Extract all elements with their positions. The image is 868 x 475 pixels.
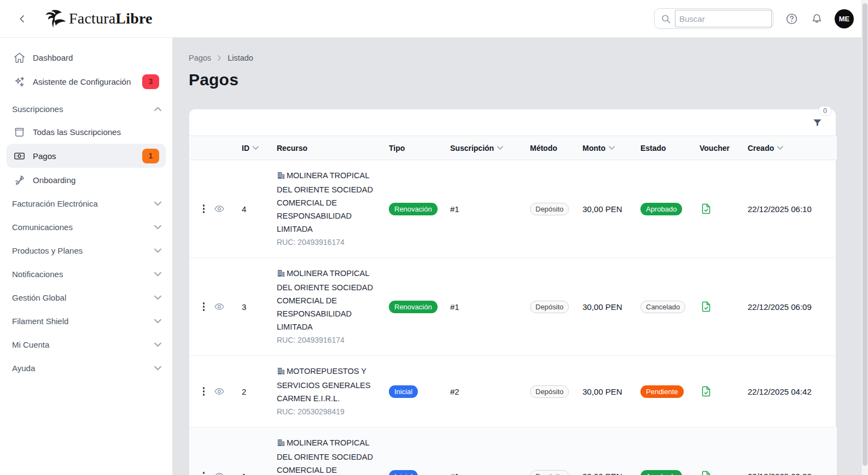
sidebar-group-notificaciones[interactable]: Notificaciones: [7, 262, 166, 286]
header-estado: Estado: [634, 136, 693, 160]
cell-suscripcion: #1: [444, 160, 523, 258]
sidebar-group-gestion-global[interactable]: Gestión Global: [7, 286, 166, 309]
sort-chevron-icon: [497, 145, 503, 151]
page-scrollbar[interactable]: [861, 0, 868, 475]
row-actions-menu-button[interactable]: [201, 385, 206, 397]
cell-suscripcion: #1: [444, 427, 523, 475]
building-icon: [277, 437, 285, 450]
cell-suscripcion: #1: [444, 258, 523, 356]
cell-monto: 30,00 PEN: [576, 427, 634, 475]
eye-icon: [214, 471, 225, 475]
header-metodo: Método: [523, 136, 576, 160]
sidebar-item-todas-las-suscripciones[interactable]: Todas las Suscripciones: [7, 120, 166, 144]
building-icon: [277, 366, 285, 379]
tipo-badge: Inicial: [389, 385, 418, 398]
cell-recurso: MOLINERA TROPICAL DEL ORIENTE SOCIEDAD C…: [270, 258, 382, 356]
sidebar-group-suscripciones[interactable]: Suscripciones: [7, 98, 166, 120]
voucher-document-check-icon[interactable]: [700, 202, 735, 215]
group-label: Gestión Global: [12, 293, 66, 302]
cell-creado: 22/12/2025 06:09: [741, 258, 837, 356]
sidebar-group-productos-y-planes[interactable]: Productos y Planes: [7, 239, 166, 262]
page-title: Pagos: [189, 71, 843, 89]
sort-id[interactable]: ID: [242, 144, 259, 153]
sparkles-icon: [13, 75, 26, 88]
sidebar-item-pagos[interactable]: Pagos 1: [7, 144, 166, 168]
sidebar-group-filament-shield[interactable]: Filament Shield: [7, 309, 166, 333]
resource-ruc: RUC: 20530298419: [277, 405, 376, 418]
table-row[interactable]: 3 MOLINERA TROPICAL DEL ORIENTE SOCIEDAD…: [189, 258, 837, 356]
view-row-button[interactable]: [214, 386, 225, 397]
chevron-down-icon: [154, 294, 161, 301]
search-box: [654, 8, 773, 29]
breadcrumb-pagos[interactable]: Pagos: [189, 54, 211, 62]
header-recurso: Recurso: [270, 136, 382, 160]
voucher-document-check-icon[interactable]: [700, 300, 735, 313]
table-row[interactable]: 4 MOLINERA TROPICAL DEL ORIENTE SOCIEDAD…: [189, 160, 837, 258]
payments-table-card: 0 ID Recurso Tipo Suscripció: [189, 109, 836, 475]
banknote-icon: [13, 150, 26, 162]
app-title: FacturaLibre: [69, 10, 153, 27]
table-row[interactable]: 2 MOTOREPUESTOS Y SERVICIOS GENERALES CA…: [189, 356, 837, 427]
row-actions-menu-button[interactable]: [201, 203, 206, 214]
filter-button[interactable]: [812, 118, 823, 128]
breadcrumb: Pagos Listado: [189, 54, 843, 62]
breadcrumb-listado: Listado: [228, 54, 253, 62]
home-icon: [13, 51, 26, 64]
sort-chevron-icon: [609, 145, 615, 151]
group-label: Ayuda: [12, 363, 35, 373]
view-row-button[interactable]: [214, 203, 225, 214]
breadcrumb-separator-icon: [217, 55, 222, 61]
scrollbar-thumb[interactable]: [863, 3, 867, 466]
notifications-button[interactable]: [809, 11, 824, 26]
cell-creado: 22/12/2025 04:42: [741, 356, 837, 427]
header-tipo: Tipo: [382, 136, 444, 160]
resource-ruc: RUC: 20493916174: [277, 236, 376, 249]
sort-monto[interactable]: Monto: [582, 144, 615, 153]
sidebar-badge-pagos: 1: [142, 149, 159, 163]
view-row-button[interactable]: [214, 301, 225, 312]
sidebar-item-asistente-configuracion[interactable]: Asistente de Configuración 3: [7, 69, 166, 93]
voucher-document-check-icon[interactable]: [700, 385, 735, 398]
table-row[interactable]: 1 MOLINERA TROPICAL DEL ORIENTE SOCIEDAD…: [189, 427, 837, 475]
resource-name: MOLINERA TROPICAL DEL ORIENTE SOCIEDAD C…: [277, 436, 376, 475]
cell-creado: 22/12/2025 06:10: [741, 160, 837, 258]
sidebar-group-ayuda[interactable]: Ayuda: [7, 356, 166, 380]
row-actions-menu-button[interactable]: [201, 470, 206, 475]
topbar: FacturaLibre ME: [0, 0, 868, 38]
search-input[interactable]: [675, 10, 772, 27]
resource-name: MOLINERA TROPICAL DEL ORIENTE SOCIEDAD C…: [277, 169, 376, 236]
user-avatar[interactable]: ME: [835, 9, 854, 28]
back-button[interactable]: [14, 11, 30, 26]
group-label: Notificaciones: [12, 269, 63, 279]
cell-id: 3: [235, 258, 270, 356]
sidebar-item-onboarding[interactable]: Onboarding: [7, 168, 166, 192]
eye-icon: [214, 301, 225, 312]
estado-badge: Aprobado: [640, 470, 682, 475]
hummingbird-logo-icon: [44, 7, 68, 31]
voucher-document-check-icon[interactable]: [700, 470, 735, 475]
chevron-down-icon: [154, 318, 161, 325]
sort-chevron-icon: [253, 145, 259, 151]
sidebar-item-label: Pagos: [33, 151, 56, 161]
header-voucher: Voucher: [693, 136, 741, 160]
sort-creado[interactable]: Creado: [748, 144, 783, 153]
cell-recurso: MOTOREPUESTOS Y SERVICIOS GENERALES CARM…: [270, 356, 382, 427]
group-label: Productos y Planes: [12, 246, 83, 255]
chevron-down-icon: [154, 341, 161, 348]
view-row-button[interactable]: [214, 471, 225, 475]
row-actions-menu-button[interactable]: [201, 301, 206, 312]
sidebar-group-comunicaciones[interactable]: Comunicaciones: [7, 215, 166, 239]
sidebar-item-dashboard[interactable]: Dashboard: [7, 45, 166, 69]
eye-icon: [214, 386, 225, 397]
sidebar-group-facturacion-electronica[interactable]: Facturación Electrónica: [7, 192, 166, 215]
app-logo[interactable]: FacturaLibre: [44, 7, 153, 31]
question-icon: [785, 13, 798, 25]
group-label: Filament Shield: [12, 316, 68, 326]
tipo-badge: Inicial: [389, 470, 418, 475]
cell-creado: 22/12/2025 03:38: [741, 427, 837, 475]
sidebar-group-mi-cuenta[interactable]: Mi Cuenta: [7, 333, 166, 356]
sort-suscripcion[interactable]: Suscripción: [450, 144, 503, 153]
cell-recurso: MOLINERA TROPICAL DEL ORIENTE SOCIEDAD C…: [270, 160, 382, 258]
cell-recurso: MOLINERA TROPICAL DEL ORIENTE SOCIEDAD C…: [270, 427, 382, 475]
help-button[interactable]: [784, 11, 799, 26]
